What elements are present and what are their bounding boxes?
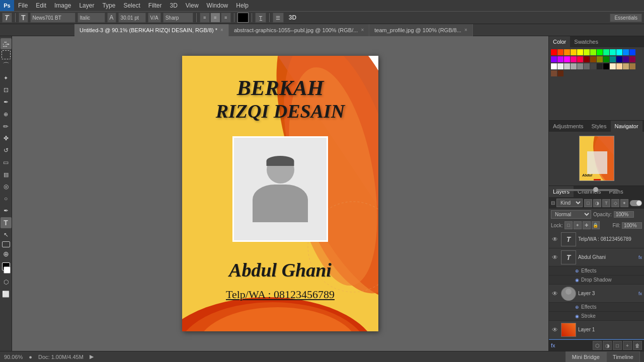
layer-fx-name[interactable]: fx [638, 255, 642, 260]
swatch-cyan-green[interactable] [603, 49, 609, 55]
font-family-select[interactable]: News701 BT [30, 13, 75, 23]
history-brush-tool[interactable]: ↺ [1, 145, 12, 156]
layer-item-layer3[interactable]: 👁 Layer 3 fx [549, 285, 644, 303]
dodge-tool[interactable]: ○ [1, 193, 12, 204]
menu-layer[interactable]: Layer [75, 0, 98, 11]
swatch-purple[interactable] [551, 56, 557, 62]
type-tool[interactable]: T [1, 217, 12, 228]
blend-mode-select[interactable]: Normal [551, 210, 591, 219]
tab-close-3[interactable]: × [464, 27, 467, 33]
swatch-azure[interactable] [623, 49, 629, 55]
swatch-dark-green[interactable] [603, 56, 609, 62]
swatch-cyan[interactable] [616, 49, 622, 55]
adjustment-layer-btn[interactable]: ◑ [603, 341, 612, 350]
fx-btn[interactable]: fx [551, 342, 555, 348]
quick-select-tool[interactable]: ✦ [1, 72, 12, 83]
menu-file[interactable]: File [14, 0, 32, 11]
tab-team-profile[interactable]: team_profile.jpg @ 100% (RGB/8... × [369, 24, 472, 36]
gradient-tool[interactable]: ▤ [1, 169, 12, 180]
swatch-yellow-green[interactable] [584, 49, 590, 55]
essentials-btn[interactable]: Essentials [610, 14, 642, 22]
opacity-value[interactable]: 100% [614, 211, 634, 218]
swatch-light-gray-1[interactable] [557, 63, 564, 69]
text-tool-indicator[interactable]: T [2, 13, 12, 23]
clone-stamp-tool[interactable]: ✤ [1, 133, 12, 144]
crop-tool[interactable]: ⊡ [1, 84, 12, 96]
tab-close-2[interactable]: × [361, 27, 364, 33]
swatch-magenta[interactable] [564, 56, 570, 62]
timeline-tab[interactable]: Timeline [606, 351, 640, 363]
lock-all-btn[interactable]: 🔒 [592, 221, 600, 229]
fill-value[interactable]: 100% [622, 222, 642, 229]
swatch-medium-gray[interactable] [571, 63, 577, 69]
paths-tab[interactable]: Paths [605, 186, 627, 197]
aa-method-select[interactable]: Sharp [163, 13, 193, 23]
pen-tool[interactable]: ✒ [1, 205, 12, 216]
swatch-dark-gray-2[interactable] [590, 63, 596, 69]
eraser-tool[interactable]: ▭ [1, 157, 12, 168]
brush-tool[interactable]: ✏ [1, 121, 12, 132]
swatch-bronze[interactable] [629, 63, 635, 69]
filter-smart-icon[interactable]: ✦ [620, 199, 628, 207]
lock-pixels-btn[interactable]: □ [565, 221, 573, 229]
menu-filter[interactable]: Filter [144, 0, 166, 11]
swatch-green-yellow[interactable] [590, 49, 596, 55]
swatch-orange-red[interactable] [557, 49, 564, 55]
layer-item-name[interactable]: 👁 T Abdul Ghani fx [549, 248, 644, 266]
swatch-olive[interactable] [597, 56, 603, 62]
status-arrow-btn[interactable]: ▶ [90, 353, 94, 360]
swatch-hot-pink[interactable] [577, 56, 583, 62]
healing-brush-tool[interactable]: ⊕ [1, 109, 12, 120]
screen-mode-btn[interactable]: ⬜ [1, 289, 12, 300]
swatch-light-gray-2[interactable] [564, 63, 570, 69]
nav-zoom-slider[interactable] [556, 189, 618, 191]
status-info-icon[interactable]: ● [29, 354, 32, 360]
filter-toggle[interactable] [630, 200, 642, 206]
layer-item-telp[interactable]: 👁 T Telp/WA : 08123456789 [549, 230, 644, 248]
group-layers-btn[interactable]: □ [613, 341, 622, 350]
swatch-indigo[interactable] [623, 56, 629, 62]
filter-adjust-icon[interactable]: ◑ [593, 199, 601, 207]
nav-zoom-thumb[interactable] [593, 187, 598, 192]
delete-layer-btn[interactable]: 🗑 [633, 341, 642, 350]
eyedropper-tool[interactable]: ✒ [1, 97, 12, 108]
rectangle-tool[interactable] [2, 241, 10, 247]
layer-eye-name[interactable]: 👁 [551, 254, 559, 261]
tab-abstract[interactable]: abstract-graphics-1055--publ.jpg @ 100% … [229, 24, 369, 36]
adjustments-tab[interactable]: Adjustments [549, 121, 588, 132]
tab-untitled-3[interactable]: Untitled-3 @ 90.1% (BERKAH RIZQI DESAIN,… [74, 24, 229, 36]
menu-view[interactable]: View [182, 0, 203, 11]
filter-shape-icon[interactable]: ◇ [611, 199, 619, 207]
filter-pixel-icon[interactable]: □ [584, 199, 592, 207]
swatch-cream[interactable] [610, 63, 616, 69]
swatch-dark-brown[interactable] [557, 70, 564, 76]
channels-tab[interactable]: Channels [574, 186, 605, 197]
swatch-teal[interactable] [610, 49, 616, 55]
character-panel-btn[interactable]: ☰ [273, 13, 284, 23]
blur-tool[interactable]: ◎ [1, 181, 12, 192]
swatches-tab[interactable]: Swatches [570, 36, 602, 47]
align-right-btn[interactable]: ≡ [221, 13, 231, 23]
marquee-tool[interactable] [2, 50, 11, 59]
lock-move-btn[interactable]: ✚ [583, 221, 591, 229]
swatch-dark-teal[interactable] [610, 56, 616, 62]
color-tab[interactable]: Color [549, 36, 570, 47]
swatch-near-black[interactable] [597, 63, 603, 69]
navigator-tab[interactable]: Navigator [611, 121, 642, 132]
swatch-dark-red[interactable] [584, 56, 590, 62]
zoom-tool[interactable]: ⊕ [1, 248, 12, 259]
layers-tab[interactable]: Layers [549, 186, 574, 197]
swatch-gray[interactable] [577, 63, 583, 69]
menu-image[interactable]: Image [50, 0, 75, 11]
font-style-select[interactable]: Italic [77, 13, 105, 23]
add-mask-btn[interactable]: ⬡ [593, 341, 602, 350]
swatch-black[interactable] [603, 63, 609, 69]
swatch-sienna[interactable] [551, 70, 557, 76]
mini-bridge-tab[interactable]: Mini Bridge [566, 351, 606, 363]
layer-eye-layer3[interactable]: 👁 [551, 290, 559, 297]
swatch-bright-yellow[interactable] [577, 49, 583, 55]
lasso-tool[interactable]: ⌒ [1, 60, 12, 71]
styles-tab[interactable]: Styles [588, 121, 611, 132]
layer-item-layer1[interactable]: 👁 Layer 1 [549, 321, 644, 339]
tab-close-1[interactable]: × [220, 27, 223, 33]
